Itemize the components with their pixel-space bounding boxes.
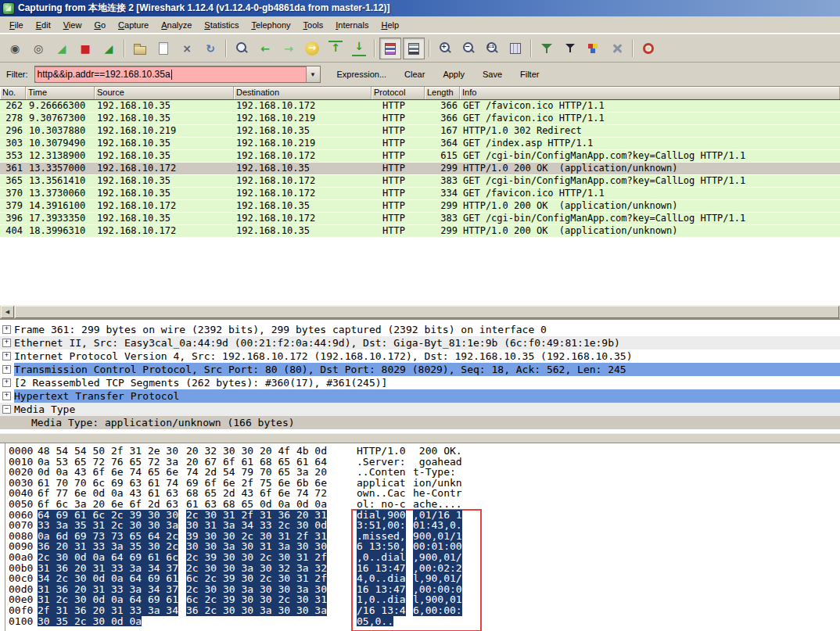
packet-row[interactable]: 35312.3138900192.168.10.35192.168.10.172… <box>0 150 840 163</box>
menu-telephony[interactable]: Telephony <box>245 19 296 31</box>
detail-row[interactable]: Media Type: application/unknown (166 byt… <box>0 416 840 429</box>
detail-row[interactable]: +Transmission Control Protocol, Src Port… <box>0 363 840 376</box>
packet-row[interactable]: 37013.3730060192.168.10.35192.168.10.172… <box>0 188 840 200</box>
display-filter-button[interactable] <box>559 38 581 59</box>
go-forward-button[interactable]: → <box>278 38 300 59</box>
menu-tools[interactable]: Tools <box>297 19 330 31</box>
column-header-source[interactable]: Source <box>95 87 234 99</box>
restart-capture-button[interactable]: ◢ <box>98 38 120 59</box>
coloring-rules-button[interactable] <box>583 38 605 59</box>
list-interfaces-button[interactable]: ◉ <box>4 38 26 59</box>
collapse-icon[interactable]: − <box>2 405 11 414</box>
hex-row[interactable]: 00d031 36 20 31 33 3a 34 372c 30 30 3a 3… <box>5 584 840 595</box>
hex-row[interactable]: 00b031 36 20 31 33 3a 34 372c 30 30 3a 3… <box>5 563 840 574</box>
help-button[interactable] <box>637 38 659 59</box>
hex-row[interactable]: 00100a 53 65 72 76 65 72 3a20 67 6f 61 6… <box>5 457 840 468</box>
open-file-button[interactable] <box>129 38 151 59</box>
filter-clear-button[interactable]: Clear <box>399 66 430 82</box>
detail-row[interactable]: +Internet Protocol Version 4, Src: 192.1… <box>0 350 840 363</box>
zoom-in-button[interactable]: + <box>434 38 456 59</box>
filter-apply-button[interactable]: Apply <box>437 66 470 82</box>
hex-row[interactable]: 010030 35 2c 30 0d 0a05,0.. <box>5 616 840 627</box>
filter-filter-button[interactable]: Filter <box>515 66 544 82</box>
expand-icon[interactable]: + <box>2 392 11 400</box>
expand-icon[interactable]: + <box>2 365 11 374</box>
capture-filter-button[interactable] <box>536 38 558 59</box>
filter-save-button[interactable]: Save <box>477 66 508 82</box>
pane-splitter[interactable] <box>0 433 840 443</box>
packet-row[interactable]: 29610.3037880192.168.10.219192.168.10.35… <box>0 125 840 138</box>
packet-row[interactable]: 37914.3916100192.168.10.172192.168.10.35… <box>0 200 840 213</box>
menu-internals[interactable]: Internals <box>329 19 375 31</box>
column-header-destination[interactable]: Destination <box>234 87 372 99</box>
menu-view[interactable]: View <box>57 19 88 31</box>
menu-analyze[interactable]: Analyze <box>155 19 198 31</box>
hex-row[interactable]: 00506f 6c 3a 20 6e 6f 2d 6361 63 68 65 0… <box>5 499 840 510</box>
expand-icon[interactable]: + <box>2 339 11 347</box>
hex-row[interactable]: 00a02c 30 0d 0a 64 69 61 6c2c 39 30 30 2… <box>5 552 840 563</box>
auto-scroll-button[interactable] <box>403 38 425 59</box>
preferences-button[interactable] <box>606 38 628 59</box>
detail-row[interactable]: +Ethernet II, Src: Easy3cal_0a:44:9d (00… <box>0 336 840 350</box>
detail-row[interactable]: +Hypertext Transfer Protocol <box>0 389 840 403</box>
hex-row[interactable]: 00200d 0a 43 6f 6e 74 65 6e74 2d 54 79 7… <box>5 467 840 478</box>
menu-go[interactable]: Go <box>88 19 112 31</box>
detail-row[interactable]: +[2 Reassembled TCP Segments (262 bytes)… <box>0 376 840 389</box>
zoom-100-button[interactable]: 1:1 <box>481 38 503 59</box>
hex-row[interactable]: 000048 54 54 50 2f 31 2e 3020 32 30 30 2… <box>5 446 840 457</box>
start-capture-button[interactable]: ◢ <box>51 38 73 59</box>
hex-bytes-group2: 61 63 68 65 0d 0a 0d 0a <box>186 499 327 510</box>
hex-row[interactable]: 00f02f 31 36 20 31 33 3a 3436 2c 30 30 3… <box>5 605 840 616</box>
packet-list-hscrollbar[interactable]: ◀ <box>0 305 840 318</box>
packet-row[interactable]: 40418.3996310192.168.10.172192.168.10.35… <box>0 225 840 238</box>
resize-columns-button[interactable] <box>504 38 526 59</box>
expand-icon[interactable]: + <box>2 352 11 360</box>
menu-help[interactable]: Help <box>375 19 405 31</box>
stop-capture-button[interactable]: ■ <box>74 38 96 59</box>
scroll-left-button[interactable]: ◀ <box>1 306 14 318</box>
colorize-packets-button[interactable] <box>379 38 401 59</box>
hex-row[interactable]: 003061 70 70 6c 69 63 61 7469 6f 6e 2f 7… <box>5 478 840 489</box>
filter-expression-button[interactable]: Expression... <box>332 66 393 82</box>
expand-icon[interactable]: + <box>2 325 11 334</box>
packet-row[interactable]: 2629.26666300192.168.10.35192.168.10.172… <box>0 100 840 113</box>
menu-file[interactable]: File <box>3 19 30 31</box>
packet-row[interactable]: 39617.3933350192.168.10.35192.168.10.172… <box>0 213 840 225</box>
column-header-time[interactable]: Time <box>26 87 95 99</box>
capture-options-button[interactable]: ◎ <box>27 38 49 59</box>
packet-row[interactable]: 36513.3561410192.168.10.35192.168.10.172… <box>0 175 840 188</box>
column-header-no[interactable]: No. <box>0 87 26 99</box>
zoom-out-button[interactable]: − <box>458 38 479 59</box>
scrollbar-track[interactable] <box>15 306 839 318</box>
column-header-info[interactable]: Info <box>460 87 840 99</box>
go-to-top-button[interactable]: ↑ <box>325 38 346 59</box>
hex-row[interactable]: 00800a 6d 69 73 73 65 64 2c39 30 30 2c 3… <box>5 531 840 542</box>
save-file-button[interactable] <box>153 38 174 59</box>
hex-row[interactable]: 009036 20 31 33 3a 35 30 2c30 30 3a 30 3… <box>5 541 840 552</box>
column-header-protocol[interactable]: Protocol <box>372 87 425 99</box>
menu-capture[interactable]: Capture <box>112 19 155 31</box>
hex-row[interactable]: 006064 69 61 6c 2c 39 30 302c 30 31 2f 3… <box>5 510 840 521</box>
detail-row[interactable]: +Frame 361: 299 bytes on wire (2392 bits… <box>0 323 840 336</box>
detail-row[interactable]: −Media Type <box>0 403 840 416</box>
hex-row[interactable]: 00406f 77 6e 0d 0a 43 61 6368 65 2d 43 6… <box>5 488 840 499</box>
packet-row[interactable]: 36113.3357000192.168.10.172192.168.10.35… <box>0 163 840 175</box>
menu-edit[interactable]: Edit <box>30 19 57 31</box>
packet-row[interactable]: 30310.3079490192.168.10.35192.168.10.219… <box>0 138 840 150</box>
find-packet-button[interactable] <box>231 38 253 59</box>
expand-icon[interactable]: + <box>2 378 11 387</box>
go-to-bottom-button[interactable]: ↓ <box>348 38 370 59</box>
menu-statistics[interactable]: Statistics <box>198 19 245 31</box>
go-to-packet-button[interactable]: → <box>301 38 323 59</box>
chevron-down-icon: ▼ <box>310 71 316 78</box>
filter-input[interactable]: http&&ip.addr==192.168.10.35a <box>35 67 306 81</box>
go-back-button[interactable]: ← <box>254 38 276 59</box>
hex-row[interactable]: 00c034 2c 30 0d 0a 64 69 616c 2c 39 30 2… <box>5 573 840 584</box>
filter-dropdown-button[interactable]: ▼ <box>306 66 320 82</box>
hex-row[interactable]: 007033 3a 35 31 2c 30 30 3a30 31 3a 34 3… <box>5 520 840 531</box>
close-file-button[interactable]: × <box>176 38 198 59</box>
reload-file-button[interactable]: ↻ <box>199 38 221 59</box>
packet-row[interactable]: 2789.30767300192.168.10.35192.168.10.219… <box>0 113 840 125</box>
column-header-length[interactable]: Length <box>425 87 460 99</box>
hex-row[interactable]: 00e031 2c 30 0d 0a 64 69 616c 2c 39 30 3… <box>5 594 840 605</box>
